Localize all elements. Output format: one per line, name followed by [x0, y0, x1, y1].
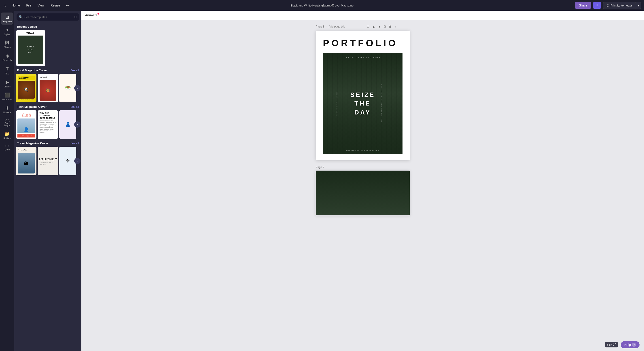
- canvas-content: Page 1 - ⊡ ▲ ▼ ⧉ 🗑 + PORTFOLIO: [82, 20, 644, 233]
- teen-section-header: Teen Magazine Cover See all: [16, 102, 80, 110]
- teen-template-slush[interactable]: slush 👤 THE SUMMER ISSUE: [16, 110, 36, 139]
- page1-duplicate-button[interactable]: ⧉: [383, 24, 387, 29]
- teen-next-button[interactable]: ›: [74, 122, 80, 128]
- sidebar-item-uploads[interactable]: ⬆ Uploads: [1, 104, 14, 116]
- undo-button[interactable]: ↩: [64, 2, 71, 8]
- sidebar-item-elements[interactable]: ◈ Elements: [1, 51, 14, 63]
- sidebar-item-background[interactable]: ⬛ Bkground: [1, 90, 14, 102]
- page1-up-button[interactable]: ▲: [371, 24, 376, 29]
- steam-label: Steam: [18, 76, 35, 80]
- page1-add-button[interactable]: +: [394, 24, 397, 29]
- elements-icon: ◈: [6, 53, 9, 58]
- help-button[interactable]: Help ?: [621, 341, 640, 348]
- background-icon: ⬛: [4, 92, 10, 98]
- canvas-area: Animate Page 1 - ⊡ ▲ ▼ ⧉ 🗑 +: [82, 11, 644, 351]
- file-menu-button[interactable]: File: [24, 3, 34, 8]
- recently-card-seize-text: SEIZETHEDAY: [27, 46, 34, 54]
- help-icon: ?: [632, 343, 636, 347]
- icon-sidebar: ⊞ Templates ✦ Styles 🖼 Photos ◈ Elements…: [0, 11, 14, 351]
- sidebar-item-videos[interactable]: ▶ Videos: [1, 78, 14, 90]
- recently-card-image: SEIZETHEDAY: [18, 36, 44, 64]
- travel-template-travelle[interactable]: travelle 🏔: [16, 147, 36, 175]
- zoom-display[interactable]: 65% ⛶: [605, 342, 618, 348]
- food-template-steam[interactable]: Steam 🍳 THE BEST FOOD RECIPES: [16, 74, 36, 102]
- page1-controls: ⊡ ▲ ▼ ⧉ 🗑 +: [366, 24, 397, 29]
- view-menu-button[interactable]: View: [35, 3, 46, 8]
- templates-icon: ⊞: [5, 14, 9, 20]
- filter-button[interactable]: ⚙: [74, 15, 77, 19]
- sidebar-item-folders[interactable]: 📁 Folders: [1, 130, 14, 142]
- page2-design: [316, 170, 410, 215]
- page1-title-input[interactable]: [329, 25, 362, 28]
- print-button[interactable]: 🖨 Print Letterheads: [603, 2, 636, 9]
- download-button[interactable]: ⬇: [593, 2, 601, 9]
- mixed-label: mixed: [40, 76, 56, 79]
- sidebar-item-more[interactable]: ••• More: [1, 142, 14, 153]
- food-see-all-button[interactable]: See all: [70, 69, 79, 72]
- teen-see-all-button[interactable]: See all: [70, 105, 79, 108]
- food-section-header: Food Magazine Cover See all: [16, 66, 80, 74]
- photos-icon: 🖼: [5, 40, 10, 46]
- food-section-title: Food Magazine Cover: [17, 69, 47, 72]
- search-area: 🔍 ⚙: [14, 11, 82, 22]
- slush-label: slush: [22, 112, 31, 118]
- page1-down-button[interactable]: ▼: [377, 24, 382, 29]
- food1-image: 🍳: [18, 81, 35, 98]
- status-bar: 65% ⛶ Help ?: [605, 341, 640, 348]
- page1-resize-button[interactable]: ⊡: [366, 24, 370, 29]
- travel-template-journey[interactable]: JOURNEY EXPLORE THE WORLD: [38, 147, 58, 175]
- teen1-person: 👤: [18, 118, 35, 133]
- document-title: Black and White Nordic Modern Travel Mag…: [290, 4, 354, 7]
- page2-canvas: [316, 170, 410, 215]
- page1-design: PORTFOLIO TRAVEL TRIPS AND MORE PHOTOS O…: [316, 31, 410, 160]
- travel-cards-container: travelle 🏔 JOURNEY EXPLORE THE WORLD: [16, 147, 80, 175]
- travelle-label: travelle: [18, 148, 35, 152]
- search-box: 🔍 ⚙: [16, 14, 79, 20]
- travel-template-row: travelle 🏔 JOURNEY EXPLORE THE WORLD: [16, 147, 80, 175]
- page1-canvas: PORTFOLIO TRAVEL TRIPS AND MORE PHOTOS O…: [316, 31, 410, 160]
- sidebar-item-logos[interactable]: ◯ Logos: [1, 116, 14, 128]
- teen-section-title: Teen Magazine Cover: [17, 105, 46, 108]
- sidebar-item-text[interactable]: T Text: [1, 64, 14, 77]
- teen1-footer: THE SUMMER ISSUE: [18, 134, 35, 138]
- home-button[interactable]: Home: [10, 3, 22, 8]
- food-template-row: Steam 🍳 THE BEST FOOD RECIPES mixed 🥘: [16, 74, 80, 102]
- templates-panel: 🔍 ⚙ Recently Used TIDAL SEIZETHEDAY: [14, 11, 82, 351]
- travel-see-all-button[interactable]: See all: [70, 142, 79, 145]
- panel-scroll: Recently Used TIDAL SEIZETHEDAY Food Mag…: [14, 22, 82, 351]
- back-button[interactable]: ‹: [3, 2, 8, 9]
- text-icon: T: [6, 66, 8, 72]
- sidebar-item-templates[interactable]: ⊞ Templates: [1, 12, 14, 24]
- recently-used-card[interactable]: TIDAL SEIZETHEDAY: [16, 30, 80, 66]
- animate-button[interactable]: Animate: [85, 14, 97, 17]
- resize-button[interactable]: Resize: [48, 3, 62, 8]
- page1-container: Page 1 - ⊡ ▲ ▼ ⧉ 🗑 + PORTFOLIO: [316, 24, 410, 160]
- food-template-mixed[interactable]: mixed 🥘: [38, 74, 58, 102]
- sidebar-item-photos[interactable]: 🖼 Photos: [1, 38, 14, 50]
- teen3-image: 👗: [59, 110, 76, 139]
- food1-tagline: THE BEST FOOD RECIPES: [18, 99, 35, 100]
- print-chevron-button[interactable]: ▾: [636, 2, 641, 9]
- portfolio-title: PORTFOLIO: [323, 38, 402, 48]
- seize-overlay: SEIZETHEDAY: [323, 53, 402, 154]
- print-button-group: 🖨 Print Letterheads ▾: [603, 2, 641, 9]
- teen-cards-container: slush 👤 THE SUMMER ISSUE W: [16, 110, 80, 139]
- page1-delete-button[interactable]: 🗑: [388, 24, 393, 29]
- recently-used-header: Recently Used: [16, 22, 80, 30]
- topbar: ‹ Home File View Resize ↩ All changes sa…: [0, 0, 644, 11]
- folders-icon: 📁: [4, 131, 10, 136]
- future-title: WHY THE FUTURE IS OURS TO MOLD: [40, 112, 56, 119]
- uploads-icon: ⬆: [5, 105, 9, 111]
- share-button[interactable]: Share: [575, 2, 591, 9]
- travel-next-button[interactable]: ›: [74, 158, 80, 164]
- page1-number: Page 1: [316, 25, 324, 28]
- sidebar-item-styles[interactable]: ✦ Styles: [1, 26, 14, 38]
- page1-main-image: TRAVEL TRIPS AND MORE PHOTOS OF THE WORL…: [323, 53, 402, 154]
- bottom-label: THE MILLENIAL BACKPACKER: [346, 150, 380, 151]
- food2-image: 🥘: [40, 80, 56, 100]
- food-next-button[interactable]: ›: [74, 85, 80, 91]
- search-input[interactable]: [24, 16, 72, 19]
- teen-template-future[interactable]: WHY THE FUTURE IS OURS TO MOLD Lorem ips…: [38, 110, 58, 139]
- travel-section-header: Travel Magazine Cover See all: [16, 139, 80, 147]
- page1-label-bar: Page 1 - ⊡ ▲ ▼ ⧉ 🗑 +: [316, 24, 397, 29]
